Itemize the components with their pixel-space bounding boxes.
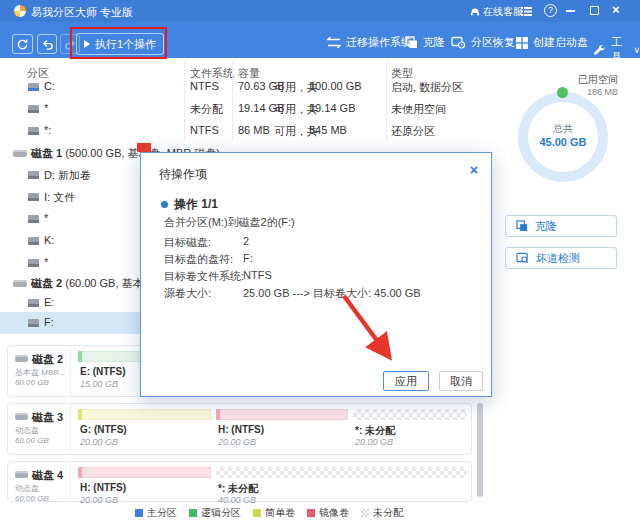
apply-button[interactable]: 应用: [383, 371, 429, 391]
partition-size: 40.00 GB: [218, 495, 256, 505]
partition-label: E: (NTFS): [80, 366, 126, 377]
minimize-button[interactable]: [566, 10, 575, 12]
column-divider: [184, 60, 185, 140]
online-support-label: 在线客服: [483, 5, 523, 19]
total-value: 45.00 GB: [518, 136, 608, 148]
migrate-os-button[interactable]: 迁移操作系统: [327, 35, 412, 50]
disk-icon: [13, 280, 27, 287]
legend-swatch-mirror: [307, 509, 315, 517]
detail-row: 源卷大小: 25.00 GB ---> 目标卷大小: 45.00 GB: [164, 286, 484, 301]
sidebar-clone-label: 克隆: [535, 219, 557, 234]
partition-cell[interactable]: H: (NTFS) 20.00 GB: [216, 409, 348, 451]
partition-icon: [28, 171, 39, 179]
detail-row: 目标卷文件系统: NTFS: [164, 269, 484, 284]
sidebar-clone-button[interactable]: 克隆: [505, 215, 617, 237]
partition-size: 15.00 GB: [80, 379, 118, 389]
partition-free: 86 MB: [238, 124, 270, 136]
table-row[interactable]: C: NTFS 70.63 GB 可用，共 100.00 GB 启动, 数据分区: [0, 76, 480, 98]
partition-cell[interactable]: H: (NTFS) 20.00 GB: [78, 467, 211, 500]
partition-cell[interactable]: *: 未分配 40.00 GB: [216, 467, 467, 500]
partition-label: H: (NTFS): [218, 424, 264, 435]
disk-size: 60.00 GB: [15, 494, 49, 503]
create-bootable-disk-button[interactable]: 创建启动盘: [516, 35, 588, 50]
partition-bar-simple: [78, 409, 211, 420]
vertical-scrollbar[interactable]: [477, 403, 483, 497]
partition-total: 100.00 GB: [309, 80, 362, 92]
headset-icon: [470, 7, 480, 17]
table-row[interactable]: *: NTFS 86 MB 可用，共 545 MB 还原分区: [0, 120, 480, 142]
detail-row: 目标磁盘: 2: [164, 235, 484, 250]
partition-name: C:: [44, 80, 55, 92]
used-space-label: 已用空间: [500, 73, 618, 87]
partition-label: *: 未分配: [218, 482, 258, 496]
table-row[interactable]: * 未分配 19.14 GB 可用，共 19.14 GB 未使用空间: [0, 98, 480, 120]
partition-icon: [28, 105, 39, 113]
clone-button[interactable]: 克隆: [405, 35, 445, 50]
partition-icon: [28, 193, 39, 201]
menu-list-icon[interactable]: [521, 4, 532, 18]
undo-button[interactable]: [37, 34, 57, 54]
disk-subtype: 动态盘: [15, 425, 39, 436]
legend-label: 镜像卷: [319, 506, 349, 520]
cancel-button[interactable]: 取消: [439, 371, 483, 391]
legend-item: 简单卷: [253, 506, 295, 520]
close-button[interactable]: ×: [612, 2, 620, 17]
detail-label: 目标磁盘:: [164, 236, 211, 248]
disk-name: 磁盘 2: [31, 277, 62, 289]
partition-cell[interactable]: *: 未分配 20.00 GB: [353, 409, 467, 451]
disk-icon: [13, 150, 27, 157]
disk-subtype: 动态盘: [15, 483, 39, 494]
help-icon[interactable]: ?: [544, 4, 557, 17]
partition-type: 还原分区: [391, 124, 435, 139]
copy-icon: [516, 220, 528, 232]
legend-item: 未分配: [361, 506, 403, 520]
used-space-dot: [557, 87, 568, 98]
dialog-close-icon[interactable]: ×: [470, 162, 478, 178]
refresh-button[interactable]: [12, 34, 33, 54]
partition-fs: NTFS: [190, 80, 219, 92]
partition-recovery-label: 分区恢复: [471, 35, 515, 50]
bullet-icon: [161, 201, 168, 208]
tree-item-label: *: [44, 212, 48, 224]
legend-label: 主分区: [147, 506, 177, 520]
disk-icon: [15, 413, 28, 420]
detail-label: 目标卷文件系统:: [164, 270, 244, 282]
partition-icon: [28, 237, 39, 245]
partition-cell[interactable]: G: (NTFS) 20.00 GB: [78, 409, 211, 451]
tree-item-label: *: [44, 256, 48, 268]
detail-value: NTFS: [243, 269, 272, 281]
disk-map-card-disk3[interactable]: 磁盘 3 动态盘 60.00 GB G: (NTFS) 20.00 GB H: …: [7, 403, 472, 455]
partition-size: 20.00 GB: [218, 437, 256, 447]
disk-map-card-disk4[interactable]: 磁盘 4 动态盘 60.00 GB H: (NTFS) 20.00 GB *: …: [7, 461, 472, 502]
partition-icon: [28, 215, 39, 223]
legend-label: 未分配: [373, 506, 403, 520]
copy-icon: [405, 36, 418, 49]
column-divider: [232, 60, 233, 140]
maximize-button[interactable]: [590, 6, 599, 15]
online-support-button[interactable]: 在线客服: [470, 5, 523, 19]
partition-label: H: (NTFS): [80, 482, 126, 493]
pending-operations-dialog: 待操作项 × 操作 1/1 合并分区(M:)到磁盘2的(F:) 目标磁盘: 2 …: [140, 152, 492, 397]
partition-size: 20.00 GB: [80, 495, 118, 505]
legend-item: 镜像卷: [307, 506, 349, 520]
disk-recovery-icon: [451, 36, 466, 49]
detail-label: 源卷大小:: [164, 287, 211, 299]
tools-menu-button[interactable]: 工具 ∨: [593, 35, 640, 65]
legend-swatch-simple: [253, 509, 261, 517]
annotation-arrow: [326, 288, 406, 373]
partition-icon: [28, 319, 39, 327]
partition-recovery-button[interactable]: 分区恢复: [451, 35, 515, 50]
disk-size: 60.00 GB: [15, 436, 49, 445]
annotation-rectangle: [70, 27, 167, 59]
sidebar-surface-test-button[interactable]: 坏道检测: [505, 247, 617, 269]
tools-label: 工具: [611, 35, 627, 65]
partition-size: 20.00 GB: [80, 437, 118, 447]
legend-swatch-logical: [189, 509, 197, 517]
clone-label: 克隆: [423, 35, 445, 50]
system-partition-icon: [28, 83, 39, 91]
detail-label: 目标盘的盘符:: [164, 253, 233, 265]
tree-item-label: K:: [44, 234, 54, 246]
legend-label: 逻辑分区: [201, 506, 241, 520]
disk-subtype: 基本盘 MBR...: [15, 367, 66, 378]
disk-size: 60.00 GB: [15, 378, 49, 387]
